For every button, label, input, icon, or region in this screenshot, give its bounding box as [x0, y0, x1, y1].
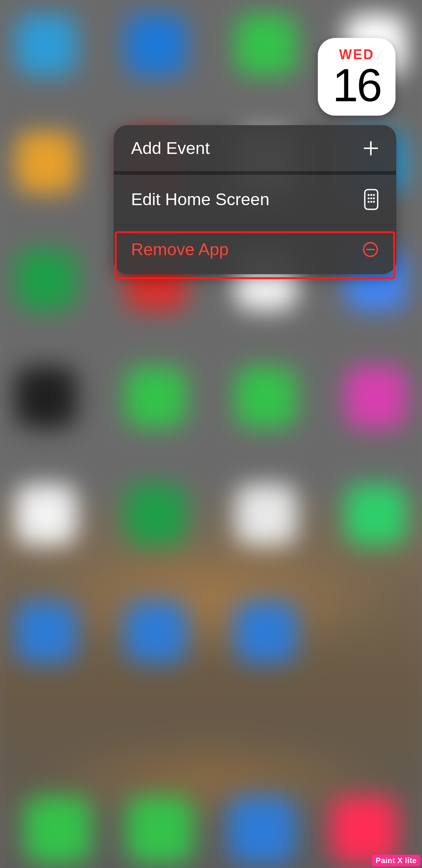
svg-point-1	[367, 194, 369, 196]
menu-item-label: Edit Home Screen	[131, 190, 269, 209]
remove-app-item[interactable]: Remove App	[114, 224, 396, 274]
menu-item-label: Remove App	[131, 240, 229, 259]
svg-rect-0	[365, 190, 378, 209]
svg-point-6	[373, 197, 375, 199]
svg-point-3	[373, 194, 375, 196]
foreground-layer: WED 16 Add Event Edit Home Screen	[0, 0, 422, 868]
phone-apps-icon	[364, 189, 379, 210]
svg-point-4	[367, 197, 369, 199]
paintx-watermark: Paint X lite	[372, 855, 420, 866]
minus-circle-icon	[362, 241, 379, 258]
edit-home-screen-item[interactable]: Edit Home Screen	[114, 175, 396, 224]
menu-item-label: Add Event	[131, 138, 210, 158]
app-context-menu: Add Event Edit Home Screen	[114, 125, 396, 274]
plus-icon	[363, 140, 379, 156]
svg-point-5	[370, 197, 372, 199]
calendar-app-icon[interactable]: WED 16	[318, 38, 395, 116]
svg-point-9	[373, 201, 375, 202]
svg-point-8	[370, 201, 372, 202]
calendar-date-number: 16	[333, 62, 381, 108]
svg-point-7	[367, 201, 369, 202]
svg-point-2	[370, 194, 372, 196]
home-screen: WED 16 Add Event Edit Home Screen	[0, 0, 422, 868]
add-event-item[interactable]: Add Event	[114, 125, 396, 175]
